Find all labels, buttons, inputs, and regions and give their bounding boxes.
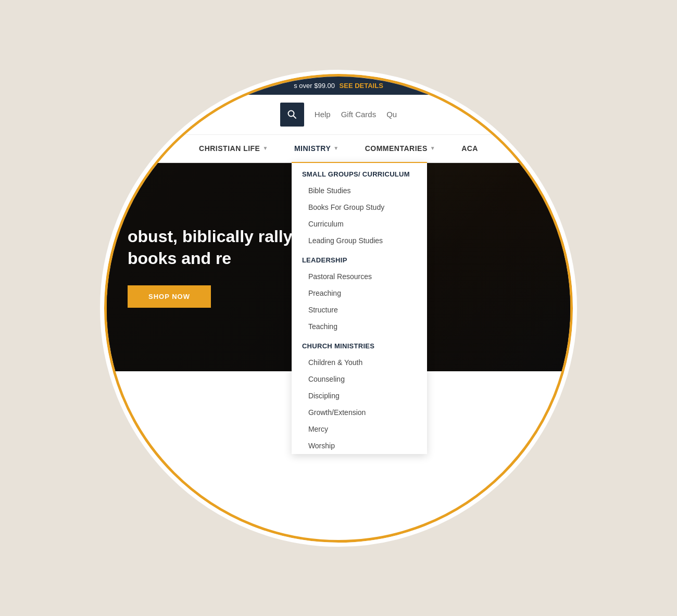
nav-item-aca[interactable]: ACA [459,135,481,162]
dropdown-item-counseling[interactable]: Counseling [292,371,427,387]
header-links: Help Gift Cards Qu [315,110,397,119]
nav-bar: CHRISTIAN LIFE ▼ MINISTRY ▼ SMALL GROUPS… [107,135,570,163]
gift-cards-link[interactable]: Gift Cards [341,110,377,119]
dropdown-item-preaching[interactable]: Preaching [292,285,427,301]
chevron-down-icon-ministry: ▼ [333,145,338,151]
dropdown-item-worship[interactable]: Worship [292,437,427,454]
search-icon [287,109,297,120]
dropdown-item-curriculum[interactable]: Curriculum [292,216,427,232]
dropdown-item-leading-group-studies[interactable]: Leading Group Studies [292,232,427,249]
other-link[interactable]: Qu [386,110,397,119]
dropdown-item-growth-extension[interactable]: Growth/Extension [292,404,427,421]
see-details-link[interactable]: SEE DETAILS [340,82,383,90]
nav-item-commentaries[interactable]: COMMENTARIES ▼ [362,135,438,162]
nav-label-ministry: MINISTRY [294,144,331,153]
nav-item-ministry[interactable]: MINISTRY ▼ [292,135,342,162]
chevron-down-icon-commentaries: ▼ [430,145,435,151]
chevron-down-icon: ▼ [262,145,268,151]
dropdown-item-teaching[interactable]: Teaching [292,318,427,335]
svg-line-1 [293,116,296,118]
help-link[interactable]: Help [315,110,331,119]
dropdown-item-structure[interactable]: Structure [292,301,427,318]
announcement-bar: s over $99.00 SEE DETAILS [107,77,570,95]
dropdown-item-bible-studies[interactable]: Bible Studies [292,182,427,199]
dropdown-section-leadership: LEADERSHIP [292,249,427,268]
nav-label-aca: ACA [461,144,478,153]
search-button[interactable] [280,103,304,127]
dropdown-section-small-groups: SMALL GROUPS/ CURRICULUM [292,163,427,182]
announcement-text: s over $99.00 [294,82,335,90]
ministry-nav-wrapper: MINISTRY ▼ SMALL GROUPS/ CURRICULUM Bibl… [292,135,342,162]
ministry-dropdown: SMALL GROUPS/ CURRICULUM Bible Studies B… [292,162,427,454]
nav-label-christian-life: CHRISTIAN LIFE [199,144,260,153]
page-content: s over $99.00 SEE DETAILS Help Gift Card… [107,77,570,540]
dropdown-item-books-group-study[interactable]: Books For Group Study [292,199,427,216]
dropdown-item-discipling[interactable]: Discipling [292,387,427,404]
hero-title-line2: books and re [128,249,231,268]
main-circle: s over $99.00 SEE DETAILS Help Gift Card… [104,74,573,543]
dropdown-item-mercy[interactable]: Mercy [292,421,427,437]
shop-now-button[interactable]: SHOP NOW [128,285,211,308]
dropdown-item-children-youth[interactable]: Children & Youth [292,354,427,371]
hero-title-line1: obust, biblically r [128,227,265,246]
dropdown-item-pastoral-resources[interactable]: Pastoral Resources [292,268,427,285]
nav-item-christian-life[interactable]: CHRISTIAN LIFE ▼ [196,135,271,162]
header: Help Gift Cards Qu [107,95,570,135]
nav-label-commentaries: COMMENTARIES [365,144,428,153]
dropdown-section-church-ministries: CHURCH MINISTRIES [292,335,427,354]
